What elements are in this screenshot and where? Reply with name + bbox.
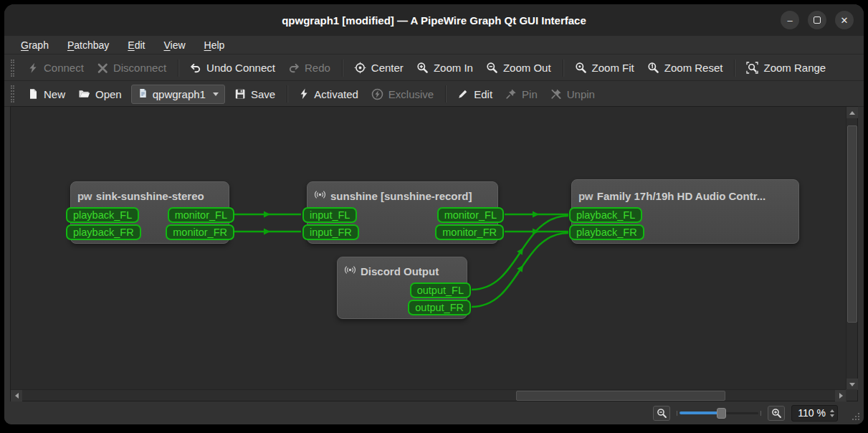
toolbar-separator: [734, 60, 735, 77]
wire-discord-fr-to-family: [472, 233, 568, 307]
menu-help[interactable]: Help: [198, 38, 232, 52]
titlebar[interactable]: qpwgraph1 [modified] — A PipeWire Graph …: [4, 4, 864, 36]
media-source-icon: [344, 264, 356, 278]
slider-handle[interactable]: [717, 408, 726, 419]
port-input-fr[interactable]: input_FR: [302, 224, 359, 240]
undo-connect-button[interactable]: Undo Connect: [183, 58, 282, 77]
zoom-in-icon: [771, 408, 782, 419]
port-playback-fr[interactable]: playback_FR: [66, 224, 141, 240]
activated-bolt-icon: [299, 88, 309, 100]
toolbar-separator: [287, 85, 287, 103]
node-family-hd-audio[interactable]: pw Family 17h/19h HD Audio Contr... play…: [571, 179, 799, 244]
zoom-slider[interactable]: [677, 406, 761, 419]
arrow-up-icon: [849, 111, 855, 115]
minimize-button[interactable]: –: [781, 11, 799, 29]
save-button[interactable]: Save: [228, 85, 282, 104]
statusbar-zoom-out-button[interactable]: [653, 406, 670, 421]
window-resize-grip[interactable]: [852, 412, 860, 421]
close-button[interactable]: ✕: [835, 11, 854, 29]
zoom-reset-button[interactable]: Zoom Reset: [641, 58, 730, 77]
new-button[interactable]: New: [21, 85, 72, 104]
slider-fill: [679, 411, 720, 414]
port-monitor-fl[interactable]: monitor_FL: [168, 207, 234, 223]
port-playback-fl[interactable]: playback_FL: [569, 207, 642, 223]
zoom-out-icon: [486, 62, 498, 74]
node-title: pw Family 17h/19h HD Audio Contr...: [572, 180, 798, 206]
scroll-down-button[interactable]: [846, 379, 858, 390]
zoom-reset-icon: [647, 62, 659, 74]
vertical-scrollbar-thumb[interactable]: [847, 125, 857, 323]
node-title: Discord Output: [338, 257, 467, 282]
port-output-fr[interactable]: output_FR: [408, 300, 471, 315]
statusbar: 110 %: [4, 401, 864, 424]
port-output-fl[interactable]: output_FL: [410, 282, 471, 298]
zoom-range-button[interactable]: Zoom Range: [740, 58, 832, 77]
edit-pencil-icon: [457, 88, 469, 100]
node-discord-output[interactable]: Discord Output output_FL output_FR: [337, 257, 467, 319]
graph-canvas[interactable]: pw sink-sunshine-stereo playback_FL moni…: [11, 107, 846, 390]
menu-patchbay[interactable]: Patchbay: [61, 38, 115, 52]
scroll-right-button[interactable]: [835, 390, 846, 401]
spin-up-icon: [830, 409, 834, 412]
menu-view[interactable]: View: [157, 38, 191, 52]
activated-button[interactable]: Activated: [292, 85, 365, 104]
horizontal-scrollbar[interactable]: [11, 389, 846, 401]
maximize-icon: [814, 16, 821, 24]
patchbay-file-icon: [138, 87, 148, 101]
zoom-out-button[interactable]: Zoom Out: [480, 58, 558, 77]
spinbox-steppers[interactable]: [830, 409, 834, 417]
toolbar-separator: [445, 85, 446, 103]
patchbay-toolbar: New Open qpwgraph1 Save Activated Exclus…: [4, 82, 864, 107]
node-sunshine[interactable]: sunshine [sunshine-record] input_FL moni…: [307, 181, 498, 244]
spin-down-icon: [830, 414, 834, 417]
slider-tick: [677, 411, 677, 416]
horizontal-scrollbar-thumb[interactable]: [516, 391, 725, 401]
connect-icon: [27, 62, 39, 74]
graph-canvas-frame: pw sink-sunshine-stereo playback_FL moni…: [10, 106, 858, 401]
vertical-scrollbar[interactable]: [846, 107, 857, 390]
node-sink-sunshine-stereo[interactable]: pw sink-sunshine-stereo playback_FL moni…: [70, 181, 229, 244]
pipewire-icon: pw: [578, 190, 593, 202]
port-monitor-fr[interactable]: monitor_FR: [166, 224, 234, 240]
patchbay-select-value: qpwgraph1: [153, 88, 206, 100]
menu-edit[interactable]: Edit: [121, 38, 151, 52]
window-controls: – ✕: [781, 11, 854, 29]
port-playback-fr[interactable]: playback_FR: [569, 224, 644, 240]
open-button[interactable]: Open: [72, 85, 128, 104]
toolbar-grip[interactable]: [11, 60, 14, 77]
zoom-spinbox[interactable]: 110 %: [791, 405, 838, 422]
port-monitor-fl[interactable]: monitor_FL: [437, 207, 504, 223]
zoom-fit-icon: [575, 62, 587, 74]
port-input-fl[interactable]: input_FL: [302, 207, 357, 223]
graph-toolbar: Connect Disconnect Undo Connect Redo Cen…: [4, 55, 864, 81]
patchbay-select[interactable]: qpwgraph1: [131, 85, 225, 104]
port-monitor-fr[interactable]: monitor_FR: [435, 224, 504, 240]
scroll-up-button[interactable]: [846, 107, 858, 118]
zoom-in-icon: [416, 62, 429, 74]
toolbar-separator: [342, 60, 343, 77]
exclusive-button[interactable]: Exclusive: [365, 85, 440, 104]
unpin-button[interactable]: Unpin: [544, 85, 601, 104]
zoom-in-button[interactable]: Zoom In: [410, 58, 480, 77]
edit-button[interactable]: Edit: [451, 85, 499, 104]
redo-icon: [288, 62, 300, 74]
toolbar-separator: [178, 60, 178, 77]
maximize-button[interactable]: [808, 11, 826, 29]
zoom-fit-button[interactable]: Zoom Fit: [568, 58, 641, 77]
save-icon: [234, 88, 246, 100]
connect-button[interactable]: Connect: [21, 58, 90, 77]
pipewire-icon: pw: [77, 190, 92, 202]
menu-graph[interactable]: Graph: [14, 38, 55, 52]
port-playback-fl[interactable]: playback_FL: [66, 207, 139, 223]
toolbar-grip[interactable]: [11, 85, 14, 103]
scroll-left-button[interactable]: [11, 390, 22, 401]
connection-wires: [11, 107, 846, 390]
window-title: qpwgraph1 [modified] — A PipeWire Graph …: [282, 14, 586, 27]
redo-button[interactable]: Redo: [282, 58, 337, 77]
disconnect-button[interactable]: Disconnect: [90, 58, 173, 77]
center-button[interactable]: Center: [348, 58, 410, 77]
statusbar-zoom-in-button[interactable]: [768, 406, 785, 421]
minimize-icon: –: [787, 15, 792, 26]
app-window: qpwgraph1 [modified] — A PipeWire Graph …: [4, 4, 864, 424]
pin-button[interactable]: Pin: [499, 85, 544, 104]
